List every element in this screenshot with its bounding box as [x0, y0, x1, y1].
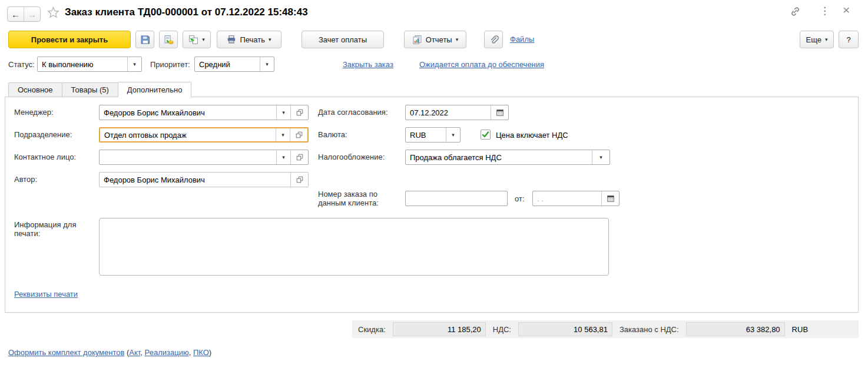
contact-caret-icon: ▾: [282, 155, 285, 160]
print-info-textarea[interactable]: [99, 218, 609, 276]
department-caret-icon: ▾: [281, 132, 284, 138]
create-based-on-caret-icon: ▾: [202, 37, 205, 42]
tab-strip: Основное Товары (5) Дополнительно: [8, 82, 191, 97]
client-order-from-date-field[interactable]: . .: [532, 191, 619, 206]
manager-dropdown-button[interactable]: ▾: [276, 105, 290, 120]
copy-link-icon[interactable]: [790, 6, 801, 19]
back-button[interactable]: ←: [8, 7, 24, 21]
priority-caret-icon: ▾: [266, 62, 269, 67]
client-order-number-input[interactable]: [405, 191, 508, 206]
taxation-select[interactable]: Продажа облагается НДС ▾: [405, 150, 610, 165]
realization-link[interactable]: Реализацию: [145, 348, 189, 357]
totals-currency-label: RUB: [792, 325, 808, 334]
reports-label: Отчеты: [426, 35, 452, 44]
discount-label: Скидка:: [358, 325, 386, 334]
open-form-icon: [295, 131, 303, 139]
more-menu-kebab-icon[interactable]: ⋮: [820, 5, 830, 17]
tab-main-label: Основное: [18, 85, 53, 94]
open-form-icon: [296, 108, 304, 117]
awaiting-payment-link[interactable]: Ожидается оплата до обеспечения: [419, 60, 544, 69]
help-button[interactable]: ?: [839, 31, 859, 48]
manager-label: Менеджер:: [14, 108, 54, 117]
create-based-on-icon: [188, 35, 198, 45]
client-order-number-label: Номер заказа по данным клиента:: [318, 190, 400, 207]
department-label: Подразделение:: [14, 130, 72, 139]
currency-value: RUB: [406, 128, 446, 142]
currency-label: Валюта:: [318, 130, 347, 139]
ordered-with-vat-label: Заказано с НДС:: [619, 325, 679, 334]
approval-date-value: 07.12.2022: [406, 105, 491, 120]
payment-offset-button[interactable]: Зачет оплаты: [302, 31, 384, 48]
department-open-button[interactable]: [290, 128, 307, 141]
discount-total-field: 11 185,20: [393, 322, 486, 336]
attachments-button[interactable]: [484, 31, 503, 48]
taxation-dropdown-button[interactable]: ▾: [592, 150, 609, 164]
tab-goods-label: Товары (5): [71, 85, 109, 94]
currency-select[interactable]: RUB ▾: [405, 127, 460, 143]
help-label: ?: [846, 35, 850, 44]
author-value: Федоров Борис Михайлович: [100, 173, 290, 187]
files-link[interactable]: Файлы: [510, 35, 534, 44]
priority-value: Средний: [195, 57, 260, 71]
reports-caret-icon: ▾: [456, 37, 459, 42]
favorite-star-icon[interactable]: [47, 6, 59, 21]
client-order-from-calendar-button[interactable]: [601, 191, 619, 206]
create-based-on-button[interactable]: ▾: [183, 31, 211, 48]
print-info-label: Информация для печати:: [14, 220, 79, 238]
contact-dropdown-button[interactable]: ▾: [276, 150, 290, 164]
print-caret-icon: ▾: [269, 37, 271, 42]
manager-combobox[interactable]: Федоров Борис Михайлович ▾: [99, 105, 309, 120]
ordered-with-vat-field: 63 382,80: [686, 322, 785, 336]
tab-goods[interactable]: Товары (5): [62, 82, 118, 97]
pko-link[interactable]: ПКО: [193, 348, 209, 357]
taxation-caret-icon: ▾: [599, 155, 602, 160]
calendar-icon: [607, 194, 615, 203]
vat-included-checkbox[interactable]: [481, 130, 491, 140]
post-document-button[interactable]: [159, 31, 178, 48]
footer-paren-close: ): [209, 348, 211, 357]
post-and-close-button[interactable]: Провести и закрыть: [8, 31, 131, 48]
manager-caret-icon: ▾: [282, 110, 285, 115]
author-field: Федоров Борис Михайлович: [99, 172, 309, 187]
taxation-value: Продажа облагается НДС: [406, 150, 592, 164]
vat-included-label[interactable]: Цена включает НДС: [496, 131, 568, 140]
tab-additional[interactable]: Дополнительно: [118, 82, 192, 97]
print-details-link[interactable]: Реквизиты печати: [14, 290, 78, 299]
department-value: Отдел оптовых продаж: [100, 128, 276, 141]
post-document-icon: [164, 35, 174, 45]
print-button[interactable]: Печать ▾: [217, 31, 281, 48]
forward-arrow-icon: →: [28, 9, 37, 19]
more-button[interactable]: Еще ▾: [800, 31, 834, 48]
status-caret-icon: ▾: [133, 62, 136, 67]
manager-open-button[interactable]: [290, 105, 308, 120]
contact-open-button[interactable]: [290, 150, 308, 164]
status-select[interactable]: К выполнению ▾: [37, 57, 142, 72]
department-combobox[interactable]: Отдел оптовых продаж ▾: [99, 127, 309, 143]
contact-combobox[interactable]: ▾: [99, 150, 309, 165]
tab-main[interactable]: Основное: [8, 82, 62, 97]
client-order-from-value: . .: [533, 191, 601, 206]
author-open-button[interactable]: [290, 173, 308, 187]
open-form-icon: [296, 175, 304, 184]
act-link[interactable]: Акт: [129, 348, 140, 357]
save-floppy-icon: [140, 35, 150, 45]
taxation-label: Налогообложение:: [318, 153, 385, 161]
document-window: ← → Заказ клиента ТД00-000001 от 07.12.2…: [0, 0, 868, 371]
print-label: Печать: [240, 35, 265, 44]
department-dropdown-button[interactable]: ▾: [276, 128, 290, 141]
create-document-bundle-link[interactable]: Оформить комплект документов: [8, 348, 124, 357]
reports-button[interactable]: Отчеты ▾: [404, 31, 466, 48]
close-icon[interactable]: ×: [843, 3, 850, 17]
approval-date-calendar-button[interactable]: [491, 105, 508, 120]
close-order-link[interactable]: Закрыть заказ: [343, 60, 393, 69]
forward-button[interactable]: →: [24, 7, 40, 21]
vat-total-field: 10 563,81: [518, 322, 612, 336]
save-button[interactable]: [135, 31, 154, 48]
footer-comma2: ,: [189, 348, 191, 357]
priority-select[interactable]: Средний ▾: [194, 57, 274, 72]
currency-dropdown-button[interactable]: ▾: [446, 128, 460, 142]
payment-offset-label: Зачет оплаты: [319, 35, 367, 44]
approval-date-field[interactable]: 07.12.2022: [405, 105, 509, 120]
author-label: Автор:: [14, 175, 37, 184]
check-icon: [481, 130, 490, 139]
